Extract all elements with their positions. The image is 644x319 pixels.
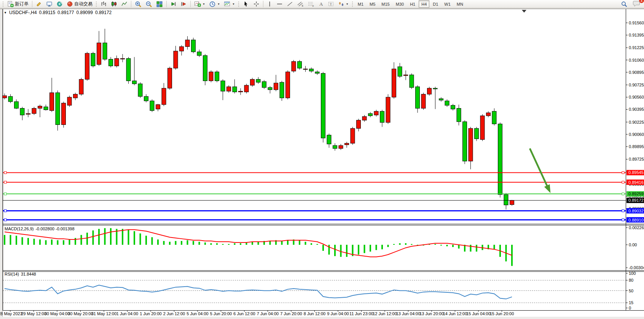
time-axis-label: 15 Jun 04:00 <box>466 311 491 316</box>
chart-close: 0.89172 <box>95 10 112 15</box>
bottom-strip <box>0 317 644 319</box>
line-handle[interactable] <box>622 193 624 195</box>
candle <box>457 108 461 122</box>
macd-histogram-bar <box>305 242 306 245</box>
timeframe-mn-button[interactable]: MN <box>454 0 466 8</box>
candle <box>132 81 137 84</box>
line-handle[interactable] <box>622 219 624 221</box>
indicators-icon <box>194 1 201 7</box>
line-handle[interactable] <box>4 219 6 221</box>
price-tick-label: 0.89895 <box>629 144 644 149</box>
candle <box>85 53 89 79</box>
zoom-out-button[interactable] <box>144 0 154 8</box>
timeframe-m5-button[interactable]: M5 <box>367 0 378 8</box>
autotrading-button[interactable]: 自动交易 <box>65 0 94 8</box>
candle <box>333 145 337 148</box>
timeframe-d1-button[interactable]: D1 <box>430 0 441 8</box>
timeframe-m30-button[interactable]: M30 <box>393 0 406 8</box>
time-axis-label: 5 Jun 04:00 <box>187 311 209 316</box>
macd-histogram-bar <box>234 243 236 245</box>
macd-histogram-bar <box>163 241 165 245</box>
rsi-tick-label: 100 <box>629 271 636 276</box>
toolbar-grip <box>96 1 97 7</box>
fibonacci-button[interactable]: F <box>306 0 316 8</box>
crosshair-icon <box>253 1 260 7</box>
publisher-button[interactable] <box>34 0 44 8</box>
macd-histogram-bar <box>86 233 88 245</box>
auto-scroll-button[interactable] <box>169 0 178 8</box>
bar-chart-button[interactable] <box>99 0 108 8</box>
macd-histogram-bar <box>346 245 348 257</box>
collapse-arrow-icon[interactable]: ▼ <box>4 11 7 14</box>
templates-button[interactable]: ▼ <box>222 0 236 8</box>
candle <box>327 135 331 144</box>
tile-windows-button[interactable] <box>155 0 164 8</box>
macd-histogram-bar <box>311 243 312 245</box>
time-axis-label: 13 Jun 04:00 <box>396 311 421 316</box>
vertical-line-button[interactable] <box>265 0 274 8</box>
shapes-button[interactable]: ▼ <box>336 0 350 8</box>
line-handle[interactable] <box>622 171 624 174</box>
bar-chart-icon <box>100 1 107 7</box>
line-handle[interactable] <box>622 181 624 183</box>
macd-histogram-bar <box>405 243 406 245</box>
timeframe-h4-button[interactable]: H4 <box>419 0 429 8</box>
macd-histogram-bar <box>399 243 401 245</box>
text-button[interactable]: A <box>317 0 325 8</box>
timeframe-h1-button[interactable]: H1 <box>407 0 418 8</box>
terminal-button[interactable] <box>45 0 54 8</box>
community-button[interactable] <box>55 0 64 8</box>
macd-histogram-bar <box>216 243 218 245</box>
line-handle[interactable] <box>4 181 6 183</box>
line-handle[interactable] <box>4 171 6 174</box>
macd-histogram-bar <box>22 237 23 245</box>
horizontal-line-button[interactable] <box>275 0 284 8</box>
candle <box>8 96 13 102</box>
periods-button[interactable]: ▼ <box>207 0 222 8</box>
line-handle[interactable] <box>4 193 6 195</box>
zoom-in-button[interactable] <box>133 0 143 8</box>
crosshair-button[interactable] <box>252 0 261 8</box>
price-label-text: 0.89259 <box>628 191 644 196</box>
line-handle[interactable] <box>622 210 624 212</box>
macd-histogram-bar <box>258 242 259 245</box>
candle <box>274 83 278 90</box>
macd-histogram-bar <box>63 240 64 245</box>
time-axis-label: 13 Jun 20:00 <box>419 311 444 316</box>
candle <box>168 68 172 88</box>
timeframe-w1-button[interactable]: W1 <box>442 0 453 8</box>
timeframe-m15-button[interactable]: M15 <box>379 0 392 8</box>
label-button[interactable]: T <box>326 0 336 8</box>
candle <box>392 69 396 97</box>
macd-histogram-bar <box>476 245 477 252</box>
line-handle[interactable] <box>4 210 6 212</box>
time-axis-label: 9 Jun 04:00 <box>327 311 349 316</box>
line-chart-button[interactable] <box>120 0 129 8</box>
cursor-button[interactable] <box>241 0 251 8</box>
candle <box>244 85 249 92</box>
channel-icon: E <box>297 1 304 7</box>
indicators-button[interactable]: ▼ <box>193 0 207 8</box>
macd-histogram-bar <box>98 229 100 245</box>
macd-histogram-bar <box>39 239 41 245</box>
macd-histogram-bar <box>328 245 330 255</box>
trendline-button[interactable] <box>285 0 295 8</box>
price-tick-label: 0.90725 <box>629 83 644 87</box>
time-axis-label: 6 Jun 12:00 <box>233 311 255 316</box>
channel-button[interactable]: E <box>295 0 305 8</box>
macd-tick-label: 0.00 <box>629 242 637 247</box>
time-axis-label: 30 May 04:00 <box>45 311 70 316</box>
timeframe-m1-button[interactable]: M1 <box>355 0 366 8</box>
macd-histogram-bar <box>169 242 171 245</box>
new-order-button[interactable]: 新订单 <box>6 0 30 8</box>
candle <box>14 102 19 108</box>
candlestick-chart-button[interactable] <box>109 0 119 8</box>
macd-histogram-bar <box>364 245 365 253</box>
toolbar-grip <box>2 1 4 7</box>
chart-low: 0.89099 <box>76 10 92 15</box>
macd-histogram-bar <box>140 233 141 245</box>
search-button[interactable] <box>619 0 629 8</box>
notification-badge[interactable]: 1 <box>639 0 644 3</box>
chart-shift-button[interactable] <box>179 0 188 8</box>
macd-histogram-bar <box>175 241 177 245</box>
